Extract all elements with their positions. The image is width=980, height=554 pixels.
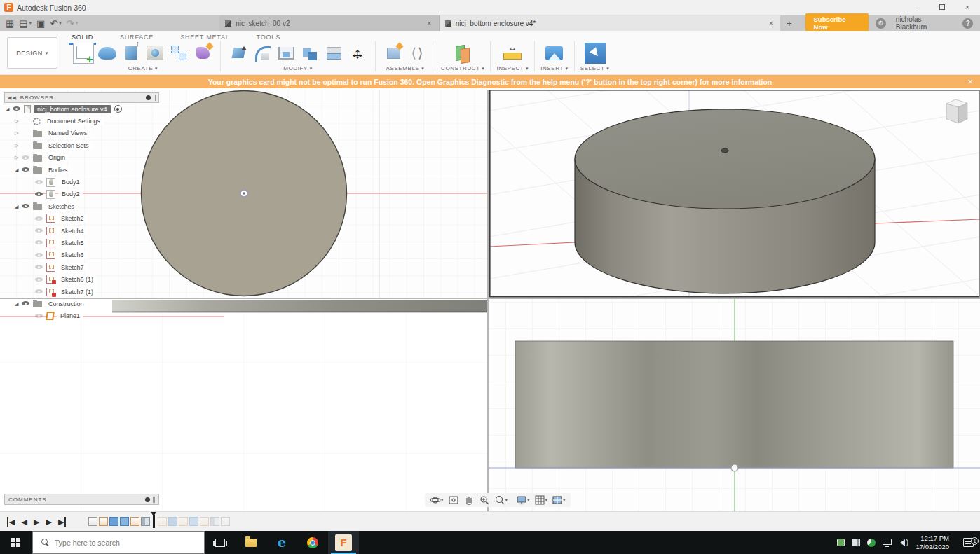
visibility-eye-icon[interactable] <box>35 239 44 247</box>
inspect-menu[interactable]: INSPECT <box>496 65 529 71</box>
close-tab-icon[interactable]: × <box>426 19 433 27</box>
timeline-feature[interactable] <box>210 517 219 526</box>
insert-menu[interactable]: INSERT <box>540 65 569 71</box>
new-component-icon[interactable] <box>383 43 404 64</box>
visibility-eye-icon[interactable] <box>22 202 31 210</box>
skip-to-start-icon[interactable]: ◀ <box>7 517 15 527</box>
tree-row[interactable]: Named Views <box>4 127 159 139</box>
tray-grid-app-icon[interactable] <box>850 536 862 549</box>
visibility-eye-icon[interactable] <box>35 312 44 320</box>
timeline-feature[interactable] <box>141 517 150 526</box>
viewport-side-view[interactable] <box>489 299 980 511</box>
viewport-front-view[interactable] <box>0 299 488 511</box>
taskbar-clock[interactable]: 12:17 PM 17/02/2020 <box>916 534 949 551</box>
play-icon[interactable]: ▶ <box>34 517 39 527</box>
timeline-feature[interactable] <box>130 517 139 526</box>
workspace-selector[interactable]: DESIGN <box>7 37 57 69</box>
shell-icon[interactable] <box>275 43 297 64</box>
search-input[interactable] <box>55 539 181 547</box>
visibility-eye-icon[interactable] <box>35 227 44 235</box>
close-button[interactable]: × <box>955 0 980 15</box>
panel-grip-icon[interactable] <box>154 95 156 101</box>
tree-row[interactable]: Sketch6 <box>4 249 159 261</box>
tree-row[interactable]: Bodies <box>4 164 159 176</box>
tree-item-label[interactable]: Sketch6 <box>57 251 88 259</box>
tree-row[interactable]: Sketch6 (1) <box>4 273 159 285</box>
insert-image-icon[interactable] <box>544 43 565 64</box>
step-back-icon[interactable]: ◀ <box>21 517 27 527</box>
tree-item-label[interactable]: Sketch5 <box>57 239 88 247</box>
timeline-feature[interactable] <box>168 517 177 526</box>
activate-component-radio[interactable] <box>114 105 122 113</box>
create-menu[interactable]: CREATE <box>128 65 158 71</box>
gear-icon[interactable]: ⚙ <box>876 18 886 29</box>
task-view-button[interactable] <box>205 531 236 554</box>
joint-icon[interactable] <box>407 43 428 64</box>
chrome-button[interactable] <box>297 531 328 554</box>
grid-settings-icon[interactable] <box>532 493 550 507</box>
undo-icon[interactable]: ▾ <box>50 18 61 29</box>
maximize-button[interactable] <box>930 0 955 15</box>
expander-icon[interactable] <box>15 301 22 307</box>
assemble-menu[interactable]: ASSEMBLE <box>386 65 425 71</box>
tree-item-label[interactable]: nicj_bottom enclosure v4 <box>34 105 111 113</box>
pan-icon[interactable] <box>461 493 477 507</box>
look-at-icon[interactable] <box>446 493 461 507</box>
tree-row[interactable]: Selection Sets <box>4 139 159 151</box>
select-menu[interactable]: SELECT <box>580 65 610 71</box>
measure-icon[interactable] <box>502 43 523 64</box>
split-body-icon[interactable] <box>323 43 344 64</box>
redo-icon[interactable]: ▾ <box>67 18 78 29</box>
expander-icon[interactable] <box>15 204 22 209</box>
combine-icon[interactable] <box>299 43 320 64</box>
timeline-feature[interactable] <box>179 517 188 526</box>
tree-item-label[interactable]: Sketch2 <box>57 214 88 223</box>
timeline-feature[interactable] <box>99 517 108 526</box>
tree-row[interactable]: Plane1 <box>4 310 159 322</box>
tree-item-label[interactable]: Sketch7 <box>57 263 88 272</box>
taskbar-search[interactable] <box>32 531 205 554</box>
sync-cloud-icon[interactable] <box>865 536 878 549</box>
orbit-icon[interactable] <box>428 493 446 507</box>
origin-point-marker[interactable] <box>731 464 738 471</box>
subscribe-now-button[interactable]: Subscribe Now <box>805 13 869 33</box>
primitives-icon[interactable] <box>192 43 213 64</box>
model-viewport[interactable]: ◀◀ BROWSER nicj_bottom enclosure v4 <box>0 90 980 511</box>
tree-row[interactable]: Sketch4 <box>4 225 159 237</box>
file-explorer-button[interactable] <box>236 531 266 554</box>
visibility-eye-icon[interactable] <box>35 276 44 284</box>
document-tab-2-active[interactable]: nicj_bottom enclosure v4* × <box>440 15 781 31</box>
tree-item-label[interactable]: Bodies <box>45 166 72 174</box>
timeline-feature[interactable] <box>109 517 118 526</box>
visibility-eye-icon[interactable] <box>35 288 44 296</box>
visibility-eye-icon[interactable] <box>35 191 44 198</box>
tree-row[interactable]: Sketch7 <box>4 261 159 273</box>
body-edge-view[interactable] <box>112 300 487 312</box>
data-panel-grid-icon[interactable] <box>6 18 14 29</box>
timeline-feature[interactable] <box>88 517 97 526</box>
timeline-feature[interactable] <box>158 517 167 526</box>
comments-panel[interactable]: COMMENTS <box>4 494 159 505</box>
volume-icon[interactable] <box>896 536 908 549</box>
close-tab-icon[interactable]: × <box>767 19 775 27</box>
tree-item-label[interactable]: Body2 <box>58 190 83 198</box>
timeline-feature[interactable] <box>120 517 129 526</box>
tree-item-label[interactable]: Sketch4 <box>57 227 88 235</box>
skip-to-end-icon[interactable]: ▶ <box>58 517 66 527</box>
panel-grip-icon[interactable] <box>153 497 155 503</box>
browser-header[interactable]: ◀◀ BROWSER <box>4 92 159 103</box>
tree-item-label[interactable]: Sketch6 (1) <box>57 275 97 284</box>
display-settings-icon[interactable] <box>514 493 532 507</box>
new-tab-button[interactable]: + <box>780 18 798 29</box>
display-tray-icon[interactable] <box>880 536 893 549</box>
select-icon[interactable] <box>585 43 606 64</box>
tree-row[interactable]: Construction <box>4 298 159 310</box>
file-menu-icon[interactable]: ▾ <box>19 18 32 29</box>
tree-row[interactable]: nicj_bottom enclosure v4 <box>4 103 159 115</box>
visibility-eye-icon[interactable] <box>22 166 31 174</box>
tree-row[interactable]: Body2 <box>4 188 159 200</box>
move-icon[interactable] <box>347 43 368 64</box>
expander-icon[interactable] <box>15 118 22 124</box>
visibility-eye-icon[interactable] <box>35 251 44 259</box>
tree-item-label[interactable]: Sketches <box>45 202 78 211</box>
